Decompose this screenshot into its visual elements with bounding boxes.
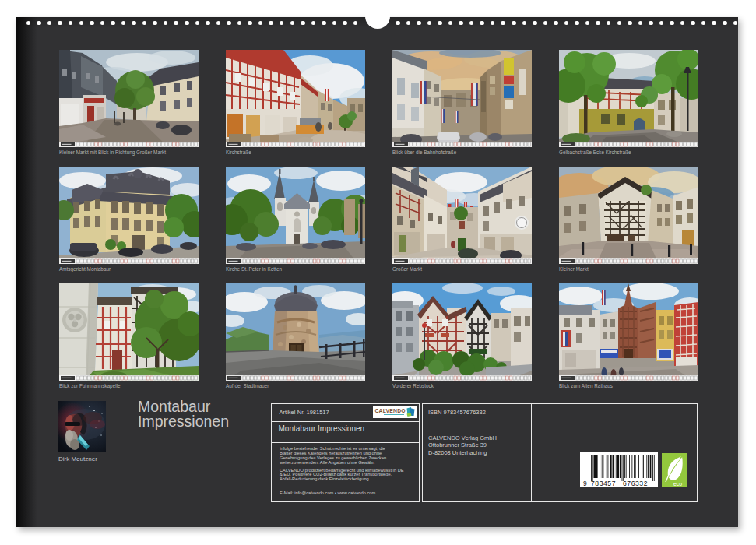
svg-text:783457: 783457	[591, 480, 616, 487]
svg-text:676332: 676332	[623, 480, 648, 487]
svg-text:CALVENDO: CALVENDO	[374, 408, 405, 413]
svg-text:9: 9	[583, 480, 587, 487]
svg-text:eco: eco	[673, 481, 682, 487]
